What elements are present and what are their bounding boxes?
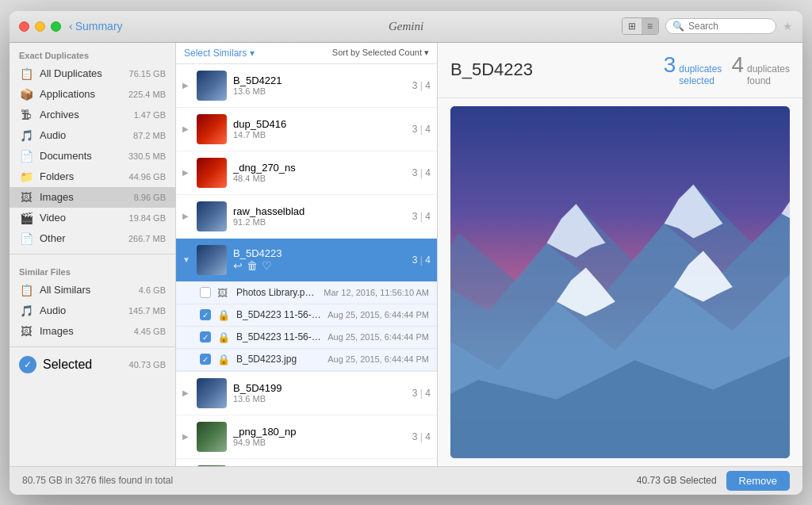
group-info: _dng_270_ns 48.4 MB xyxy=(233,162,406,183)
group-name: B_5D4199 xyxy=(233,382,406,394)
group-info: raw_hasselblad 91.2 MB xyxy=(233,205,406,227)
action-icon-3[interactable]: ♡ xyxy=(262,259,272,272)
sidebar-item-audio[interactable]: 🎵 Audio 87.2 MB xyxy=(10,125,175,146)
sidebar-item-all-similars[interactable]: 📋 All Similars 4.6 GB xyxy=(10,280,175,300)
maximize-button[interactable] xyxy=(51,21,61,32)
images-icon: 🖼 xyxy=(19,191,33,204)
group-row[interactable]: ▶ B_5D4221 13.6 MB 3 | 4 xyxy=(176,64,437,108)
sidebar-size: 8.96 GB xyxy=(134,193,166,202)
similar-files-label: Similar Files xyxy=(10,259,175,280)
duplicates-found-stat: 4 duplicatesfound xyxy=(731,52,790,88)
duplicates-selected-number: 3 xyxy=(664,52,676,78)
group-count: 3 | 4 xyxy=(412,254,431,266)
preview-image xyxy=(450,106,790,458)
select-similars-button[interactable]: Select Similars ▾ xyxy=(184,48,255,59)
group-size: 14.7 MB xyxy=(233,130,406,140)
sidebar-label: Documents xyxy=(40,150,122,162)
file-item[interactable]: ✓ 🔒 B_5D4223.jpg Aug 25, 2015, 6:44:44 P… xyxy=(176,349,437,371)
group-row[interactable]: ▶ raw_hasselblad 91.2 MB 3 | 4 xyxy=(176,195,437,239)
sidebar-selected-size: 40.73 GB xyxy=(129,360,166,369)
right-preview xyxy=(438,98,802,466)
grid-view-button[interactable]: ⊞ xyxy=(622,18,642,34)
sidebar-item-archives[interactable]: 🗜 Archives 1.47 GB xyxy=(10,105,175,125)
group-thumbnail xyxy=(197,245,227,275)
minimize-button[interactable] xyxy=(35,21,45,32)
titlebar: ‹ Summary Gemini ⊞ ≡ 🔍 ★ xyxy=(10,11,802,43)
sidebar-item-selected[interactable]: ✓ Selected 40.73 GB xyxy=(10,352,175,377)
middle-toolbar: Select Similars ▾ Sort by Selected Count… xyxy=(176,43,437,64)
group-name: _png_180_np xyxy=(233,426,406,438)
group-row[interactable]: ▶ dup_5D416 14.7 MB 3 | 4 xyxy=(176,108,437,151)
group-name: B_5D4223 xyxy=(233,247,406,259)
group-row-selected[interactable]: ▼ B_5D4223 ↩ 🗑 ♡ 3 | 4 xyxy=(176,239,437,282)
sidebar-item-documents[interactable]: 📄 Documents 330.5 MB xyxy=(10,146,175,166)
close-button[interactable] xyxy=(19,21,29,32)
sidebar-label: All Duplicates xyxy=(40,67,123,79)
sidebar-size: 145.7 MB xyxy=(128,306,166,316)
sidebar-item-applications[interactable]: 📦 Applications 225.4 MB xyxy=(10,84,175,105)
duplicates-selected-stat: 3 duplicatesselected xyxy=(664,52,722,88)
list-view-button[interactable]: ≡ xyxy=(642,18,658,34)
group-row[interactable]: ▶ _dng_270_ns 48.4 MB 3 | 4 xyxy=(176,151,437,195)
sidebar-item-all-duplicates[interactable]: 📋 All Duplicates 76.15 GB xyxy=(10,63,175,84)
action-icon-2[interactable]: 🗑 xyxy=(247,259,258,272)
selected-icon: ✓ xyxy=(19,356,36,373)
sidebar-item-folders[interactable]: 📁 Folders 44.96 GB xyxy=(10,166,175,187)
file-date: Aug 25, 2015, 6:44:44 PM xyxy=(327,354,429,364)
folders-icon: 📁 xyxy=(19,170,33,183)
group-row[interactable]: ▶ _png_270_np 100.1 MB 3 | 4 xyxy=(176,459,437,466)
file-item[interactable]: ✓ 🔒 B_5D4223 11-56-04-991 Aug 25, 2015, … xyxy=(176,327,437,349)
group-count: 3 | 4 xyxy=(412,431,431,442)
group-chevron-icon: ▶ xyxy=(182,212,190,220)
file-checkbox[interactable] xyxy=(200,287,211,298)
search-box[interactable]: 🔍 xyxy=(665,18,776,34)
group-count: 3 | 4 xyxy=(412,80,431,91)
file-item[interactable]: ✓ 🔒 B_5D4223 11-56-04-987 Aug 25, 2015, … xyxy=(176,304,437,327)
app-window: ‹ Summary Gemini ⊞ ≡ 🔍 ★ Exact Duplicate… xyxy=(10,11,802,495)
sidebar-item-audio-similar[interactable]: 🎵 Audio 145.7 MB xyxy=(10,300,175,321)
duplicates-found-number: 4 xyxy=(731,52,744,78)
sidebar-item-other[interactable]: 📄 Other 266.7 MB xyxy=(10,228,175,249)
file-checkbox[interactable]: ✓ xyxy=(200,309,211,320)
back-button[interactable]: ‹ Summary xyxy=(69,20,123,33)
sidebar-label: Images xyxy=(40,191,128,203)
bottom-selected-size: 40.73 GB Selected xyxy=(637,475,717,486)
sidebar-item-images[interactable]: 🖼 Images 8.96 GB xyxy=(10,187,175,208)
group-expanded: 🖼 Photos Library.photoslibr Mar 12, 2016… xyxy=(176,282,437,372)
all-similars-icon: 📋 xyxy=(19,284,33,296)
group-info: B_5D4221 13.6 MB xyxy=(233,75,406,96)
middle-list: ▶ B_5D4221 13.6 MB 3 | 4 ▶ dup_5D416 14.… xyxy=(176,64,437,466)
group-count: 3 | 4 xyxy=(412,124,431,135)
file-type-icon: 🔒 xyxy=(217,354,230,365)
group-row[interactable]: ▶ _png_180_np 94.9 MB 3 | 4 xyxy=(176,415,437,459)
search-input[interactable] xyxy=(688,21,768,32)
remove-button[interactable]: Remove xyxy=(726,471,790,491)
sidebar-item-video[interactable]: 🎬 Video 19.84 GB xyxy=(10,208,175,228)
file-checkbox[interactable]: ✓ xyxy=(200,354,211,365)
group-row[interactable]: ▶ B_5D4199 13.6 MB 3 | 4 xyxy=(176,372,437,415)
action-icon-1[interactable]: ↩ xyxy=(233,259,243,272)
file-checkbox[interactable]: ✓ xyxy=(200,331,211,342)
group-count: 3 | 4 xyxy=(412,388,431,399)
group-name: dup_5D416 xyxy=(233,118,406,130)
file-item[interactable]: 🖼 Photos Library.photoslibr Mar 12, 2016… xyxy=(176,282,437,304)
sidebar-label: Applications xyxy=(40,88,122,100)
group-size: 13.6 MB xyxy=(233,86,406,96)
other-icon: 📄 xyxy=(19,232,33,245)
sidebar-size: 266.7 MB xyxy=(128,234,166,243)
group-chevron-icon: ▶ xyxy=(182,432,190,441)
images-similar-icon: 🖼 xyxy=(19,325,33,338)
group-actions: ↩ 🗑 ♡ xyxy=(233,259,406,272)
sidebar-label: Folders xyxy=(40,170,123,182)
group-name: raw_hasselblad xyxy=(233,205,406,217)
star-button[interactable]: ★ xyxy=(783,20,793,33)
file-name: B_5D4223.jpg xyxy=(236,354,321,365)
view-toggle: ⊞ ≡ xyxy=(622,17,659,35)
group-thumbnail xyxy=(197,378,227,408)
group-thumbnail xyxy=(197,114,227,144)
sidebar-divider-2 xyxy=(10,346,175,347)
sort-button[interactable]: Sort by Selected Count ▾ xyxy=(332,48,429,58)
sidebar-label: Video xyxy=(40,212,123,224)
sidebar-item-images-similar[interactable]: 🖼 Images 4.45 GB xyxy=(10,321,175,342)
audio-icon: 🎵 xyxy=(19,129,33,142)
